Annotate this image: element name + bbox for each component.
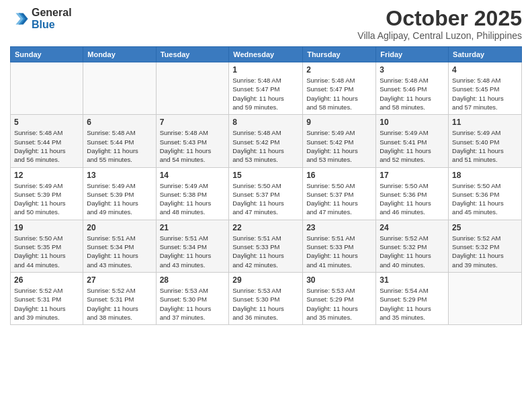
table-row: 25Sunrise: 5:52 AM Sunset: 5:32 PM Dayli… <box>449 220 522 272</box>
day-number: 17 <box>380 171 445 180</box>
table-row: 31Sunrise: 5:54 AM Sunset: 5:29 PM Dayli… <box>376 272 449 324</box>
day-info: Sunrise: 5:50 AM Sunset: 5:37 PM Dayligh… <box>232 181 299 217</box>
day-number: 23 <box>306 223 372 232</box>
week-row-4: 19Sunrise: 5:50 AM Sunset: 5:35 PM Dayli… <box>11 220 522 272</box>
day-info: Sunrise: 5:49 AM Sunset: 5:42 PM Dayligh… <box>306 128 372 164</box>
day-info: Sunrise: 5:48 AM Sunset: 5:47 PM Dayligh… <box>232 76 299 111</box>
logo-icon <box>10 9 29 28</box>
day-info: Sunrise: 5:51 AM Sunset: 5:34 PM Dayligh… <box>160 234 226 269</box>
table-row <box>83 62 156 115</box>
table-row: 1Sunrise: 5:48 AM Sunset: 5:47 PM Daylig… <box>229 62 303 115</box>
day-number: 13 <box>87 171 152 180</box>
table-row: 16Sunrise: 5:50 AM Sunset: 5:37 PM Dayli… <box>303 167 376 220</box>
table-row: 24Sunrise: 5:52 AM Sunset: 5:32 PM Dayli… <box>376 220 449 272</box>
day-number: 25 <box>452 223 518 232</box>
day-info: Sunrise: 5:53 AM Sunset: 5:30 PM Dayligh… <box>160 286 226 322</box>
table-row: 15Sunrise: 5:50 AM Sunset: 5:37 PM Dayli… <box>229 167 303 220</box>
day-info: Sunrise: 5:52 AM Sunset: 5:32 PM Dayligh… <box>380 234 445 269</box>
day-info: Sunrise: 5:50 AM Sunset: 5:36 PM Dayligh… <box>452 181 518 217</box>
day-number: 24 <box>380 223 445 232</box>
day-info: Sunrise: 5:52 AM Sunset: 5:32 PM Dayligh… <box>452 234 518 269</box>
day-number: 10 <box>380 118 445 127</box>
table-row: 7Sunrise: 5:48 AM Sunset: 5:43 PM Daylig… <box>156 115 229 167</box>
day-info: Sunrise: 5:49 AM Sunset: 5:39 PM Dayligh… <box>14 181 79 217</box>
table-row: 27Sunrise: 5:52 AM Sunset: 5:31 PM Dayli… <box>83 272 156 324</box>
day-info: Sunrise: 5:49 AM Sunset: 5:40 PM Dayligh… <box>452 128 518 164</box>
table-row: 3Sunrise: 5:48 AM Sunset: 5:46 PM Daylig… <box>376 62 449 115</box>
table-row: 13Sunrise: 5:49 AM Sunset: 5:39 PM Dayli… <box>83 167 156 220</box>
logo: General Blue <box>10 7 72 30</box>
day-number: 18 <box>452 171 518 180</box>
day-info: Sunrise: 5:49 AM Sunset: 5:38 PM Dayligh… <box>160 181 226 217</box>
day-number: 7 <box>160 118 226 127</box>
table-row: 17Sunrise: 5:50 AM Sunset: 5:36 PM Dayli… <box>376 167 449 220</box>
table-row: 2Sunrise: 5:48 AM Sunset: 5:47 PM Daylig… <box>303 62 376 115</box>
day-number: 19 <box>14 223 79 232</box>
day-info: Sunrise: 5:52 AM Sunset: 5:31 PM Dayligh… <box>87 286 152 322</box>
week-row-1: 1Sunrise: 5:48 AM Sunset: 5:47 PM Daylig… <box>11 62 522 115</box>
day-number: 26 <box>14 275 79 285</box>
day-number: 14 <box>160 171 226 180</box>
day-info: Sunrise: 5:49 AM Sunset: 5:41 PM Dayligh… <box>380 128 445 164</box>
col-sunday: Sunday <box>11 47 83 62</box>
table-row: 22Sunrise: 5:51 AM Sunset: 5:33 PM Dayli… <box>229 220 303 272</box>
day-info: Sunrise: 5:53 AM Sunset: 5:29 PM Dayligh… <box>306 286 372 322</box>
day-number: 29 <box>232 275 299 285</box>
day-info: Sunrise: 5:48 AM Sunset: 5:45 PM Dayligh… <box>452 76 518 111</box>
day-info: Sunrise: 5:50 AM Sunset: 5:37 PM Dayligh… <box>306 181 372 217</box>
day-info: Sunrise: 5:48 AM Sunset: 5:44 PM Dayligh… <box>87 128 152 164</box>
table-row: 14Sunrise: 5:49 AM Sunset: 5:38 PM Dayli… <box>156 167 229 220</box>
week-row-5: 26Sunrise: 5:52 AM Sunset: 5:31 PM Dayli… <box>11 272 522 324</box>
day-number: 31 <box>380 275 445 285</box>
day-number: 2 <box>306 65 372 75</box>
logo-blue-label: Blue <box>32 19 72 31</box>
day-info: Sunrise: 5:51 AM Sunset: 5:33 PM Dayligh… <box>232 234 299 269</box>
table-row: 11Sunrise: 5:49 AM Sunset: 5:40 PM Dayli… <box>449 115 522 167</box>
table-row: 9Sunrise: 5:49 AM Sunset: 5:42 PM Daylig… <box>303 115 376 167</box>
calendar-body: 1Sunrise: 5:48 AM Sunset: 5:47 PM Daylig… <box>11 62 522 325</box>
day-number: 27 <box>87 275 152 285</box>
table-row: 21Sunrise: 5:51 AM Sunset: 5:34 PM Dayli… <box>156 220 229 272</box>
col-tuesday: Tuesday <box>156 47 229 62</box>
table-row: 20Sunrise: 5:51 AM Sunset: 5:34 PM Dayli… <box>83 220 156 272</box>
day-info: Sunrise: 5:50 AM Sunset: 5:36 PM Dayligh… <box>380 181 445 217</box>
day-info: Sunrise: 5:52 AM Sunset: 5:31 PM Dayligh… <box>14 286 79 322</box>
day-number: 1 <box>232 65 299 75</box>
table-row: 23Sunrise: 5:51 AM Sunset: 5:33 PM Dayli… <box>303 220 376 272</box>
day-number: 8 <box>232 118 299 127</box>
calendar-header: Sunday Monday Tuesday Wednesday Thursday… <box>11 47 522 62</box>
day-number: 20 <box>87 223 152 232</box>
table-row: 29Sunrise: 5:53 AM Sunset: 5:30 PM Dayli… <box>229 272 303 324</box>
day-number: 15 <box>232 171 299 180</box>
col-friday: Friday <box>376 47 449 62</box>
day-number: 30 <box>306 275 372 285</box>
header: General Blue October 2025 Villa Aglipay,… <box>10 7 522 41</box>
table-row: 26Sunrise: 5:52 AM Sunset: 5:31 PM Dayli… <box>11 272 83 324</box>
table-row: 19Sunrise: 5:50 AM Sunset: 5:35 PM Dayli… <box>11 220 83 272</box>
day-number: 11 <box>452 118 518 127</box>
day-number: 6 <box>87 118 152 127</box>
day-number: 21 <box>160 223 226 232</box>
day-info: Sunrise: 5:48 AM Sunset: 5:46 PM Dayligh… <box>380 76 445 111</box>
table-row: 4Sunrise: 5:48 AM Sunset: 5:45 PM Daylig… <box>449 62 522 115</box>
table-row: 10Sunrise: 5:49 AM Sunset: 5:41 PM Dayli… <box>376 115 449 167</box>
col-wednesday: Wednesday <box>229 47 303 62</box>
week-row-3: 12Sunrise: 5:49 AM Sunset: 5:39 PM Dayli… <box>11 167 522 220</box>
title-section: October 2025 Villa Aglipay, Central Luzo… <box>357 7 522 41</box>
table-row: 18Sunrise: 5:50 AM Sunset: 5:36 PM Dayli… <box>449 167 522 220</box>
table-row <box>449 272 522 324</box>
day-info: Sunrise: 5:51 AM Sunset: 5:33 PM Dayligh… <box>306 234 372 269</box>
table-row <box>11 62 83 115</box>
day-info: Sunrise: 5:50 AM Sunset: 5:35 PM Dayligh… <box>14 234 79 269</box>
day-number: 12 <box>14 171 79 180</box>
day-info: Sunrise: 5:51 AM Sunset: 5:34 PM Dayligh… <box>87 234 152 269</box>
table-row: 12Sunrise: 5:49 AM Sunset: 5:39 PM Dayli… <box>11 167 83 220</box>
day-info: Sunrise: 5:48 AM Sunset: 5:44 PM Dayligh… <box>14 128 79 164</box>
month-title: October 2025 <box>357 7 522 30</box>
header-row: Sunday Monday Tuesday Wednesday Thursday… <box>11 47 522 62</box>
day-info: Sunrise: 5:49 AM Sunset: 5:39 PM Dayligh… <box>87 181 152 217</box>
week-row-2: 5Sunrise: 5:48 AM Sunset: 5:44 PM Daylig… <box>11 115 522 167</box>
col-saturday: Saturday <box>449 47 522 62</box>
table-row: 8Sunrise: 5:48 AM Sunset: 5:42 PM Daylig… <box>229 115 303 167</box>
day-number: 16 <box>306 171 372 180</box>
